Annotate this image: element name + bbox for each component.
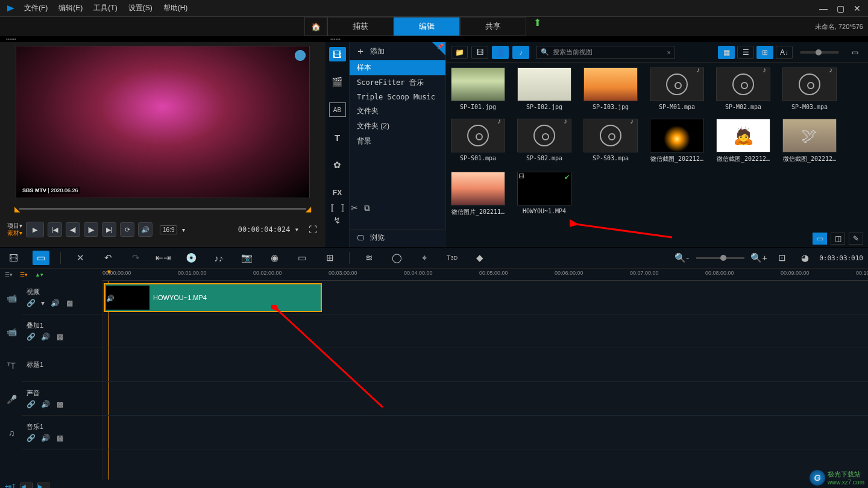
tree-item-scorefitter[interactable]: ScoreFitter 音乐 <box>350 75 445 90</box>
tree-item-triplescoop[interactable]: Triple Scoop Music <box>350 90 445 104</box>
fx-slot-icon[interactable]: ▩ <box>55 400 64 408</box>
tools-icon[interactable]: ✕ <box>72 251 89 265</box>
video-clip[interactable]: 🔊 HOWYOU~1.MP4 <box>104 283 322 312</box>
media-item[interactable]: 🎞✔HOWYOU~1.MP4 <box>517 172 571 216</box>
category-graphic-icon[interactable]: ✿ <box>329 158 346 172</box>
overlay-icon[interactable]: ◉ <box>266 251 283 265</box>
volume-button[interactable]: 🔊 <box>138 222 153 237</box>
zoom-slider[interactable] <box>696 257 744 259</box>
lane-video[interactable]: 🔊 HOWYOU~1.MP4 <box>102 281 868 314</box>
panel-grip-left[interactable]: •••••• <box>0 36 326 42</box>
playhead-marker-icon[interactable]: ▾ <box>107 267 111 276</box>
mute-icon[interactable]: 🔊 <box>41 333 49 341</box>
thumb-size-slider[interactable] <box>800 51 839 54</box>
media-item[interactable]: 🕊微信截图_202212… <box>782 119 837 163</box>
lane-voice[interactable] <box>102 382 868 416</box>
menu-edit[interactable]: 编辑(E) <box>58 3 83 13</box>
aspect-ratio[interactable]: 16:9 <box>160 225 177 234</box>
track-music-icon[interactable]: ♫ <box>5 427 18 440</box>
media-item[interactable]: 微信图片_202211… <box>451 172 505 216</box>
redo-icon[interactable]: ↷ <box>127 251 144 265</box>
zoom-out-icon[interactable]: 🔍- <box>673 251 690 265</box>
copy-clip-icon[interactable]: ⧉ <box>364 203 370 213</box>
preview-video[interactable]: 12 SBS MTV | 2020.06.26 <box>16 46 310 198</box>
clear-search-icon[interactable]: × <box>667 49 671 56</box>
subtitle-icon[interactable]: ▭ <box>294 251 310 265</box>
browse-button[interactable]: 🖵 浏览 <box>350 229 446 246</box>
track-head-title[interactable]: 标题1 <box>22 348 102 382</box>
media-item[interactable]: ♪SP-S02.mpa <box>517 119 571 163</box>
prev-frame-button[interactable]: ◀| <box>66 222 80 237</box>
tree-item-sample[interactable]: 样本 <box>350 60 445 75</box>
timeline-view-icon[interactable]: ▭ <box>33 251 49 265</box>
capture-icon[interactable]: 📷 <box>238 251 255 265</box>
mute-icon[interactable]: 🔊 <box>41 434 49 442</box>
media-item[interactable]: ♪SP-S01.mpa <box>451 119 505 163</box>
trim-icon[interactable]: ⇤⇥ <box>155 251 172 265</box>
track-overlay-icon[interactable]: 📹 <box>5 325 18 339</box>
scrub-bar[interactable]: ◣ ◢ ⟦ ⟧ ✂ ⧉ <box>16 203 310 214</box>
disc-icon[interactable]: 💿 <box>183 251 200 265</box>
media-item[interactable]: ♪SP-S03.mpa <box>583 119 638 163</box>
fit-icon[interactable]: ⊡ <box>773 251 790 265</box>
import-folder-icon[interactable]: 📁 <box>451 46 468 59</box>
motion-icon[interactable]: ◯ <box>388 251 405 265</box>
track-head-overlay[interactable]: 叠加1 🔗🔊▩ <box>22 314 102 348</box>
speed-icon[interactable]: ≋ <box>360 251 377 265</box>
storyboard-view-icon[interactable]: 🎞 <box>5 251 22 265</box>
tab-home-icon[interactable]: 🏠 <box>304 17 327 36</box>
menu-help[interactable]: 帮助(H) <box>163 3 188 13</box>
3d-title-icon[interactable]: T3D <box>444 251 461 265</box>
category-transition-icon[interactable]: 🎬 <box>329 75 346 89</box>
menu-tools[interactable]: 工具(T) <box>93 3 117 13</box>
bracket-in-icon[interactable]: ⟦ <box>330 203 335 213</box>
track-head-music[interactable]: 音乐1 🔗🔊▩ <box>22 416 102 449</box>
maximize-icon[interactable]: ▢ <box>834 4 846 13</box>
grid-icon[interactable]: ⊞ <box>321 251 338 265</box>
sort-icon[interactable]: A↓ <box>776 46 793 59</box>
filter-audio-icon[interactable]: ♪ <box>512 46 529 59</box>
view-list-icon[interactable]: ☰ <box>737 46 754 59</box>
view-thumb-icon[interactable]: ▦ <box>718 46 735 59</box>
lane-overlay[interactable] <box>102 314 868 348</box>
project-duration-icon[interactable]: ◕ <box>796 251 813 265</box>
menu-file[interactable]: 文件(F) <box>24 3 48 13</box>
mark-out-icon[interactable]: ◢ <box>306 205 311 213</box>
category-title-ab-icon[interactable]: AB <box>329 102 346 117</box>
add-track-button[interactable]: +≡T <box>5 483 16 489</box>
scroll-right-icon[interactable]: ▶ <box>37 483 49 488</box>
fx-slot-icon[interactable]: ▩ <box>55 333 64 341</box>
aspect-dropdown-icon[interactable]: ▾ <box>182 227 185 233</box>
media-item[interactable]: ♪SP-M01.mpa <box>650 67 704 110</box>
media-item[interactable]: SP-I01.jpg <box>451 67 505 110</box>
media-item[interactable]: SP-I02.jpg <box>517 67 571 110</box>
bracket-out-icon[interactable]: ⟧ <box>341 203 345 213</box>
timeline-ruler[interactable]: ☰▾ ☰▾ ▲▾ 00:00:00:0000:01:00:0000:02:00:… <box>0 269 868 281</box>
mute-icon[interactable]: 🔊 <box>51 299 59 307</box>
scroll-left-icon[interactable]: ◀ <box>20 483 33 488</box>
zoom-in-icon[interactable]: 🔍+ <box>750 251 767 265</box>
pin-icon[interactable]: 📌 <box>437 43 444 49</box>
media-item[interactable]: ♪SP-M03.mpa <box>782 67 837 110</box>
track-title-icon[interactable]: ᵀT <box>5 359 18 372</box>
go-end-button[interactable]: ▶| <box>102 222 116 237</box>
media-item[interactable]: SP-I03.jpg <box>583 67 638 110</box>
tree-item-folder[interactable]: 文件夹 <box>350 104 445 119</box>
link-icon[interactable]: 🔗 <box>27 333 35 341</box>
link-icon[interactable]: 🔗 <box>27 299 35 307</box>
mute-icon[interactable]: 🔊 <box>41 400 49 408</box>
panel-grip-right[interactable]: •••••• <box>326 36 868 42</box>
grid-toggle-icon[interactable]: ▭ <box>846 46 863 59</box>
tab-share[interactable]: 共享 <box>460 17 526 36</box>
panel-layout-2-icon[interactable]: ◫ <box>831 233 845 245</box>
media-item[interactable]: 🙇微信截图_202212… <box>716 119 770 163</box>
category-text-icon[interactable]: T <box>329 130 346 145</box>
track-expand-icon[interactable]: ☰▾ <box>20 272 28 278</box>
panel-options-icon[interactable]: ✎ <box>849 233 863 245</box>
minimize-icon[interactable]: — <box>817 4 829 13</box>
panel-layout-1-icon[interactable]: ▭ <box>813 233 827 245</box>
filter-video-icon[interactable]: 🎞 <box>471 46 488 59</box>
upload-icon[interactable]: ⬆ <box>533 17 541 36</box>
scissors-icon[interactable]: ✂ <box>351 203 358 213</box>
track-menu-icon[interactable]: ☰▾ <box>5 272 13 278</box>
